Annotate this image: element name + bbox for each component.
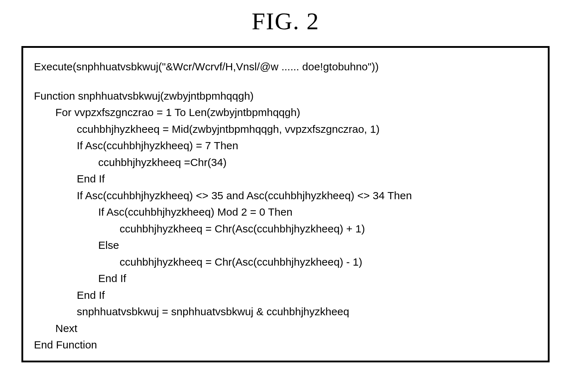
code-line: ccuhbhjhyzkheeq = Chr(Asc(ccuhbhjhyzkhee… xyxy=(34,221,537,237)
code-line: End If xyxy=(34,287,537,304)
code-line: Else xyxy=(34,237,537,254)
code-line: If Asc(ccuhbhjhyzkheeq) Mod 2 = 0 Then xyxy=(34,204,537,221)
figure-title: FIG. 2 xyxy=(21,7,550,35)
code-line: Next xyxy=(34,320,537,337)
code-line: Execute(snphhuatvsbkwuj("&Wcr/Wcrvf/H,Vn… xyxy=(34,59,537,75)
code-box: Execute(snphhuatvsbkwuj("&Wcr/Wcrvf/H,Vn… xyxy=(21,46,550,362)
code-line: If Asc(ccuhbhjhyzkheeq) <> 35 and Asc(cc… xyxy=(34,187,537,204)
code-line: For vvpzxfszgnczrao = 1 To Len(zwbyjntbp… xyxy=(34,104,537,121)
code-line: End Function xyxy=(34,337,537,353)
code-line: ccuhbhjhyzkheeq =Chr(34) xyxy=(34,154,537,171)
code-line: If Asc(ccuhbhjhyzkheeq) = 7 Then xyxy=(34,137,537,154)
code-line: snphhuatvsbkwuj = snphhuatvsbkwuj & ccuh… xyxy=(34,303,537,320)
code-line: End If xyxy=(34,270,537,287)
code-line: End If xyxy=(34,171,537,187)
code-line: ccuhbhjhyzkheeq = Mid(zwbyjntbpmhqqgh, v… xyxy=(34,121,537,138)
code-line: ccuhbhjhyzkheeq = Chr(Asc(ccuhbhjhyzkhee… xyxy=(34,254,537,271)
code-line: Function snphhuatvsbkwuj(zwbyjntbpmhqqgh… xyxy=(34,88,537,105)
code-blank-line xyxy=(34,75,537,88)
